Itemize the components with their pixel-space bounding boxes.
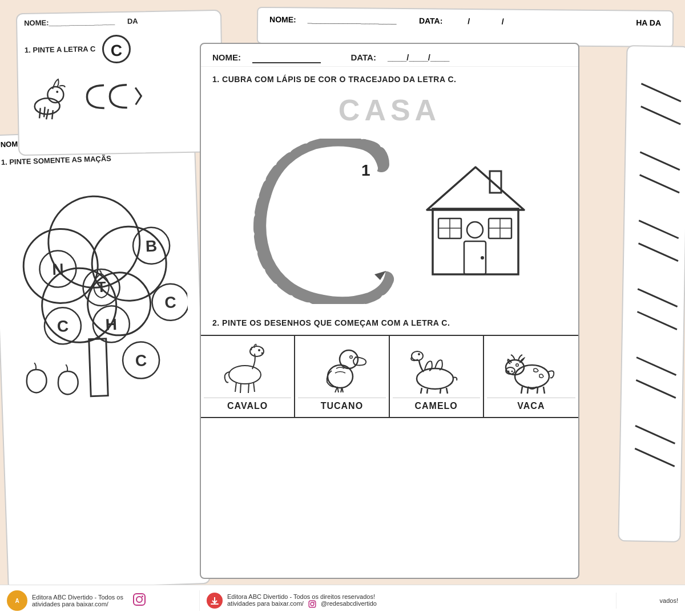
animal-cell-cavalo: CAVALO [201,336,295,418]
svg-point-57 [261,352,263,354]
lines-svg [628,72,685,500]
data-label: DA [127,17,138,25]
svg-point-61 [350,356,352,358]
svg-line-55 [253,382,255,392]
animal-cell-tucano: TUCANO [295,336,389,418]
svg-line-24 [640,107,681,124]
svg-line-34 [635,448,675,466]
svg-point-48 [467,222,483,238]
svg-text:H: H [105,315,117,334]
svg-text:C: C [135,351,147,370]
svg-point-88 [313,602,315,603]
footer-publisher-left: Editora ABC Divertido - Todos os [32,594,123,601]
animal-cell-vaca: VACA [484,336,578,418]
tucano-svg [315,343,369,395]
svg-line-31 [636,357,677,375]
svg-rect-86 [309,601,316,607]
svg-line-52 [235,382,236,392]
letter-c-area: 1 [201,130,578,313]
back-top-worksheet: NOME:________________ DA 1. PINTE A LETR… [16,10,224,156]
tree-svg: N T B C C H C [1,171,191,416]
svg-line-65 [421,388,422,394]
house-illustration [418,159,533,284]
svg-line-79 [543,387,545,394]
svg-line-27 [639,221,679,238]
svg-text:1: 1 [361,161,370,179]
tree-area: N T B C C H C [0,164,204,424]
horse-icon [24,75,70,121]
svg-line-30 [637,312,678,330]
footer-right-text: vados! [660,597,678,604]
tucano-label: TUCANO [298,398,385,414]
vaca-image [502,341,559,398]
svg-line-68 [446,388,448,394]
right-worksheet [618,45,685,542]
svg-line-26 [639,175,680,193]
vaca-svg [502,343,559,395]
footer-right: vados! [616,597,685,604]
date-field: ____/____/____ [388,52,449,63]
vaca-label: VACA [487,398,575,414]
svg-point-50 [229,366,261,384]
logo-icon: A [11,595,23,606]
svg-line-67 [440,389,441,394]
svg-line-29 [638,289,678,307]
svg-point-41 [481,256,484,260]
writing-lines [626,69,682,505]
svg-text:T: T [96,278,106,296]
svg-line-32 [636,380,676,398]
svg-text:C: C [57,317,68,335]
main-header: NOME: DATA: ____/____/____ [201,44,578,67]
svg-line-78 [537,388,538,394]
svg-line-76 [521,387,522,394]
animal-cell-camelo: CAMELO [390,336,484,418]
camelo-image [408,341,465,398]
main-instruction-2: 2. PINTE OS DESENHOS QUE COMEÇAM COM A L… [201,313,578,332]
svg-line-23 [641,84,682,102]
center-download-icon [207,593,223,609]
svg-text:A: A [15,598,19,604]
footer-bar: A Editora ABC Divertido - Todos os ativi… [0,585,685,616]
svg-text:N: N [52,260,64,278]
svg-rect-82 [134,594,145,605]
svg-point-62 [417,368,453,389]
main-instruction-1: 1. CUBRA COM LÁPIS DE COR O TRACEJADO DA… [201,67,578,90]
svg-point-73 [511,371,513,372]
svg-marker-37 [427,167,524,210]
svg-point-59 [340,350,358,368]
svg-rect-85 [211,603,219,605]
top-right-header: NOME:____________________ DATA: / / HA D… [258,8,672,34]
svg-line-77 [527,388,528,394]
footer-center-links: atividades para baixar.com/ @redesabcdiv… [227,600,377,608]
left-logo: A [7,590,27,611]
nome-label-tr: NOME: [269,15,296,24]
letter-c-tracing: 1 [247,139,407,304]
nome-field [252,52,321,63]
svg-rect-8 [89,339,108,396]
svg-point-75 [517,364,518,366]
footer-center-text: Editora ABC Divertido - Todos os direito… [227,593,377,608]
main-nome-label: NOME: [212,52,241,63]
svg-point-2 [56,91,58,93]
main-worksheet: NOME: DATA: ____/____/____ 1. CUBRA COM … [200,43,579,579]
svg-line-66 [427,389,428,394]
data-label-tr: DATA: [419,16,443,25]
svg-point-87 [311,602,314,606]
horse-area [18,66,223,127]
instagram-center-icon [308,600,316,608]
casa-word: CASA [201,90,578,130]
svg-line-25 [640,152,680,170]
footer-left: A Editora ABC Divertido - Todos os ativi… [0,590,200,611]
footer-left-text: Editora ABC Divertido - Todos os ativida… [32,594,123,607]
footer-center: Editora ABC Divertido - Todos os direito… [200,593,616,609]
main-data-label: DATA: [351,52,376,63]
svg-text:C: C [164,293,176,311]
camelo-svg [408,343,465,395]
svg-point-69 [515,365,549,388]
svg-line-53 [240,383,241,393]
svg-line-33 [635,425,675,443]
back-top-right-worksheet: NOME:____________________ DATA: / / HA D… [257,7,674,47]
svg-point-83 [136,597,142,602]
instagram-icon-left [132,593,146,609]
back-left-worksheet: NOME:________________ DAT 1. PINTE SOMEN… [0,128,211,591]
